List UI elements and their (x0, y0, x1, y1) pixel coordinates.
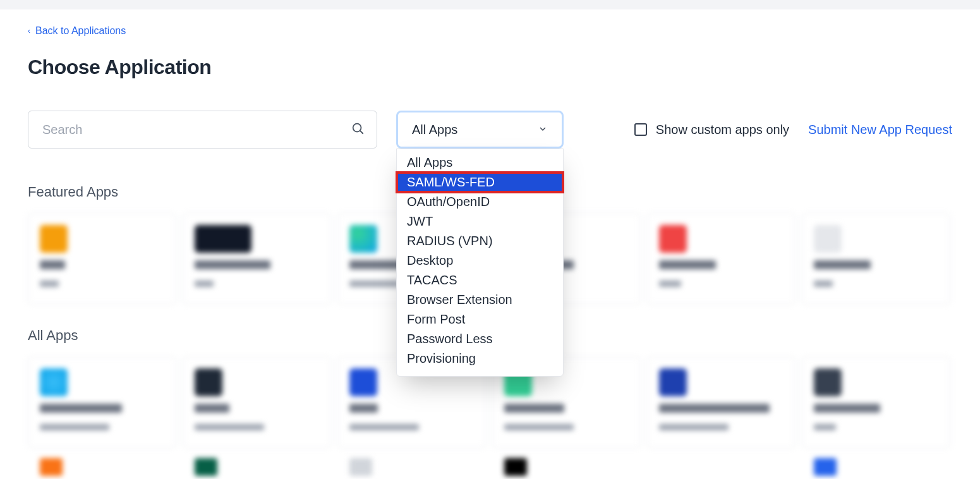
chevron-down-icon (538, 123, 548, 137)
all-apps-grid-row2 (28, 454, 952, 479)
filter-option-oauth-openid[interactable]: OAuth/OpenID (397, 192, 563, 212)
app-card[interactable] (647, 356, 795, 448)
filter-option-all-apps[interactable]: All Apps (397, 153, 563, 173)
filter-dropdown: All Apps SAML/WS-FED OAuth/OpenID JWT RA… (396, 149, 564, 377)
app-card[interactable] (802, 454, 950, 479)
show-custom-apps-only-toggle[interactable]: Show custom apps only (634, 123, 789, 137)
filter-option-browser-extension[interactable]: Browser Extension (397, 290, 563, 310)
app-card[interactable] (183, 454, 331, 479)
app-card[interactable] (183, 213, 331, 305)
page-container: ‹ Back to Applications Choose Applicatio… (0, 9, 980, 479)
filter-option-desktop[interactable]: Desktop (397, 251, 563, 270)
filter-selected-label: All Apps (412, 123, 457, 137)
app-card[interactable] (183, 356, 331, 448)
svg-line-1 (360, 131, 363, 133)
filter-option-form-post[interactable]: Form Post (397, 310, 563, 329)
back-link-label: Back to Applications (35, 25, 126, 37)
submit-new-app-request-link[interactable]: Submit New App Request (808, 123, 952, 137)
chevron-left-icon: ‹ (28, 27, 30, 35)
filter-option-password-less[interactable]: Password Less (397, 329, 563, 349)
page-title: Choose Application (28, 56, 952, 79)
app-card[interactable] (802, 213, 950, 305)
filter-select[interactable]: All Apps All Apps SAML/WS-FED OAuth/Open… (396, 111, 564, 149)
app-card[interactable] (802, 356, 950, 448)
app-card[interactable] (647, 454, 795, 479)
app-card[interactable] (337, 454, 486, 479)
filter-option-jwt[interactable]: JWT (397, 212, 563, 231)
search-input[interactable] (28, 111, 377, 149)
svg-point-0 (353, 124, 361, 132)
filter-option-provisioning[interactable]: Provisioning (397, 349, 563, 368)
filter-option-radius-vpn[interactable]: RADIUS (VPN) (397, 231, 563, 251)
search-wrap (28, 111, 377, 149)
app-card[interactable] (28, 213, 176, 305)
show-custom-apps-label: Show custom apps only (656, 123, 789, 137)
filter-option-saml-ws-fed[interactable]: SAML/WS-FED (397, 173, 563, 192)
search-icon[interactable] (351, 121, 365, 138)
filter-option-tacacs[interactable]: TACACS (397, 270, 563, 290)
app-card[interactable] (647, 213, 795, 305)
right-controls: Show custom apps only Submit New App Req… (634, 123, 952, 137)
filter-select-button[interactable]: All Apps (396, 111, 564, 149)
back-to-applications-link[interactable]: ‹ Back to Applications (28, 25, 126, 37)
app-card[interactable] (28, 454, 176, 479)
top-bar (0, 0, 980, 9)
app-card[interactable] (28, 356, 176, 448)
checkbox-icon (634, 123, 647, 136)
controls-row: All Apps All Apps SAML/WS-FED OAuth/Open… (28, 111, 952, 149)
app-card[interactable] (492, 454, 641, 479)
